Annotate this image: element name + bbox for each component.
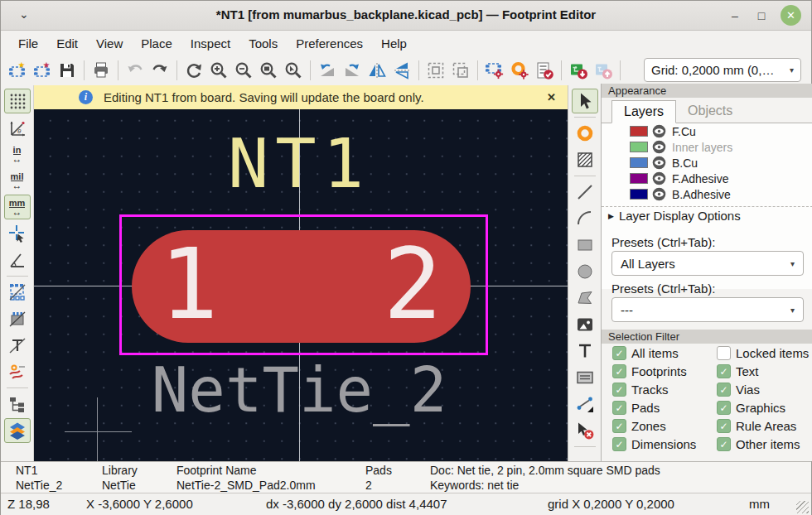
menu-place[interactable]: Place [132,34,181,53]
layer-color-swatch[interactable] [630,157,648,168]
layer-color-swatch[interactable] [630,126,648,137]
grid-visibility-button[interactable] [4,89,31,113]
checkbox[interactable] [612,383,626,397]
menu-preferences[interactable]: Preferences [287,34,372,53]
filter-rule-areas[interactable]: Rule Areas [706,419,810,433]
pad-properties-button[interactable] [507,59,532,82]
save-button[interactable] [55,59,80,82]
menu-inspect[interactable]: Inspect [181,34,239,53]
footprint-properties-button[interactable] [482,59,507,82]
filter-vias[interactable]: Vias [706,383,810,397]
layer-color-swatch[interactable] [630,189,648,200]
units-mm-button[interactable]: mm↔ [4,195,31,219]
layer-row-bcu[interactable]: B.Cu [602,155,812,171]
checkbox[interactable] [612,419,626,433]
ungroup-button[interactable] [448,59,473,82]
rotate-cw-button[interactable] [340,59,365,82]
layer-color-swatch[interactable] [630,142,648,152]
redo-button[interactable] [147,59,172,82]
appearance-manager-button[interactable] [4,418,31,443]
checkbox[interactable] [717,364,731,378]
layer-name[interactable]: B.Adhesive [672,188,731,201]
menu-edit[interactable]: Edit [47,34,87,53]
polar-coordinates-button[interactable]: θ [4,115,31,140]
maximize-button[interactable]: □ [752,7,771,25]
layer-row-badhesive[interactable]: B.Adhesive [602,186,812,202]
eye-icon[interactable] [652,187,666,201]
tab-layers[interactable]: Layers [611,100,676,123]
footprint-checker-button[interactable] [532,59,557,82]
add-pad-button[interactable] [572,121,598,146]
editor-canvas[interactable]: NT1 1 2 NetTie_2 [34,109,568,461]
filter-graphics[interactable]: Graphics [706,401,810,415]
filter-all-items[interactable]: All items [602,346,706,360]
layer-name[interactable]: B.Cu [672,156,698,170]
checkbox[interactable] [717,437,731,451]
checkbox[interactable] [717,383,731,397]
update-board-button[interactable] [566,59,591,82]
layer-color-swatch[interactable] [630,173,648,184]
layer-name[interactable]: Inner layers [672,141,732,154]
flip-vertical-button[interactable] [389,59,414,82]
zoom-selection-button[interactable] [281,59,306,82]
filter-dimensions[interactable]: Dimensions [602,437,706,451]
filter-zones[interactable]: Zones [602,419,706,433]
grid-select-dropdown[interactable]: Grid: 0,2000 mm (0,… ▾ [644,58,801,82]
eye-icon[interactable] [652,140,666,154]
checkbox[interactable] [717,401,731,415]
new-footprint-wizard-button[interactable]: ★ [30,59,55,82]
layer-row-fadhesive[interactable]: F.Adhesive [602,171,812,186]
sketch-pads-button[interactable] [4,280,31,305]
undo-button[interactable] [123,59,147,82]
draw-rectangle-button[interactable] [572,233,598,258]
footprint-value-text[interactable]: NetTie_2 [117,356,481,424]
minimize-button[interactable]: – [725,7,745,25]
draw-arc-button[interactable] [572,206,598,231]
tab-objects[interactable]: Objects [676,100,744,123]
zoom-in-button[interactable] [206,59,231,82]
presets-dropdown-1[interactable]: All Layers ▾ [611,251,804,276]
zoom-out-button[interactable] [231,59,256,82]
flip-horizontal-button[interactable] [365,59,389,82]
units-inches-button[interactable]: in↔ [4,142,31,166]
reference-designator-text[interactable]: NT1 [226,128,372,200]
zoom-fit-button[interactable] [256,59,281,82]
sketch-footprints-button[interactable] [4,306,31,331]
info-close-icon[interactable]: ✕ [547,91,556,103]
group-button[interactable] [423,59,448,82]
checkbox[interactable] [612,364,626,378]
units-mils-button[interactable]: mil↔ [4,168,31,193]
draw-circle-button[interactable] [572,259,598,284]
insert-into-board-button[interactable] [591,59,616,82]
print-button[interactable] [89,59,114,82]
menu-view[interactable]: View [87,34,132,53]
close-button[interactable]: ✕ [781,5,801,26]
filter-footprints[interactable]: Footprints [602,364,706,378]
checkbox[interactable] [717,346,731,360]
sketch-text-button[interactable] [4,333,31,358]
layer-row-inner[interactable]: Inner layers [602,139,812,155]
select-tool-button[interactable] [572,89,598,113]
filter-pads[interactable]: Pads [602,401,706,415]
checkbox[interactable] [612,346,626,360]
add-image-button[interactable] [572,312,598,337]
layer-name[interactable]: F.Adhesive [672,172,728,185]
checkbox[interactable] [717,419,731,433]
add-textbox-button[interactable] [572,365,598,390]
filter-other-items[interactable]: Other items [706,437,810,451]
crosshair-cursor-button[interactable] [4,221,31,246]
hierarchy-button[interactable] [4,392,31,416]
menu-file[interactable]: File [9,34,47,53]
menu-tools[interactable]: Tools [239,34,287,53]
refresh-button[interactable] [181,59,206,82]
filter-text[interactable]: Text [706,364,810,378]
menu-help[interactable]: Help [372,34,416,53]
draw-polygon-button[interactable] [572,286,598,310]
draw-line-button[interactable] [572,180,598,205]
resize-grip[interactable] [796,501,809,513]
layer-display-options[interactable]: ▶ Layer Display Options [602,206,812,224]
checkbox[interactable] [612,401,626,415]
eye-icon[interactable] [652,171,666,185]
layer-row-fcu[interactable]: F.Cu [602,123,812,139]
checkbox[interactable] [612,437,626,451]
